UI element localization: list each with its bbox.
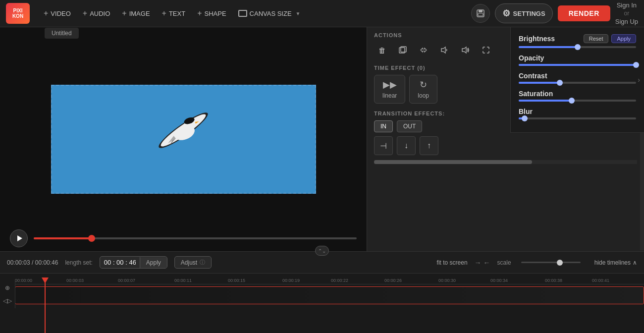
app-logo[interactable]: PIXI KON — [6, 3, 30, 24]
saturation-label: Saturation — [519, 90, 553, 98]
fullscreen-icon[interactable] — [478, 42, 494, 58]
settings-button[interactable]: ⚙ SETTINGS — [495, 3, 553, 23]
progress-thumb[interactable] — [88, 235, 95, 242]
timeline-ruler: 00:00:00 00:00:03 00:00:07 00:00:11 00:0… — [0, 274, 644, 284]
contrast-label: Contrast — [519, 72, 547, 80]
sign-up-link[interactable]: Sign Up — [615, 18, 638, 25]
fit-to-screen-label: fit to screen — [437, 259, 468, 266]
transition-down-icon[interactable]: ↓ — [397, 136, 416, 155]
transform-icon[interactable] — [416, 42, 431, 58]
or-divider: or — [624, 10, 630, 17]
plus-icon-text: + — [162, 9, 166, 18]
blur-label: Blur — [519, 108, 533, 115]
render-button[interactable]: RENDER — [558, 5, 610, 21]
top-navigation: PIXI KON + VIDEO + AUDIO + IMAGE + TEXT … — [0, 0, 644, 27]
svg-marker-14 — [441, 47, 445, 53]
nav-shape[interactable]: + SHAPE — [192, 6, 231, 21]
opacity-header: Opacity — [519, 54, 636, 62]
svg-marker-15 — [462, 47, 466, 53]
nav-canvas-size[interactable]: CANVAS SIZE ▼ — [233, 7, 306, 20]
nav-audio[interactable]: + AUDIO — [78, 6, 115, 21]
volume-down-icon[interactable] — [436, 42, 452, 58]
ruler-mark-11: 00:00:41 — [592, 278, 609, 283]
delete-icon[interactable]: 🗑 — [374, 42, 390, 58]
contrast-header: Contrast — [519, 72, 636, 80]
ruler-mark-9: 00:00:34 — [490, 278, 508, 283]
nav-right: ⚙ SETTINGS RENDER Sign In or Sign Up — [471, 1, 638, 25]
ruler-mark-8: 00:00:30 — [438, 278, 456, 283]
blur-effect: Blur — [519, 108, 636, 119]
video-frame — [51, 85, 316, 194]
saturation-slider[interactable] — [519, 100, 636, 102]
transition-effects-row: ⊣ ↓ ↑ — [374, 136, 637, 155]
blur-slider[interactable] — [519, 117, 636, 119]
canvas-icon — [238, 10, 247, 17]
transition-up-icon[interactable]: ↑ — [420, 136, 438, 155]
plus-icon-image: + — [122, 9, 126, 18]
tool-icon-2[interactable]: ◁▷ — [2, 295, 13, 306]
nav-video[interactable]: + VIDEO — [39, 6, 76, 21]
save-button[interactable] — [471, 4, 490, 23]
scale-thumb — [557, 260, 563, 266]
chevron-up-icon: ∧ — [633, 259, 637, 266]
hide-timelines-btn[interactable]: hide timelines ∧ — [594, 259, 637, 266]
tool-icon-1[interactable]: ⊕ — [2, 282, 13, 293]
timeline-track-area — [0, 284, 644, 326]
side-panel-scrollbar[interactable] — [374, 160, 637, 164]
volume-up-icon[interactable] — [457, 42, 473, 58]
brightness-header: Brightness Reset Apply — [519, 34, 636, 43]
brightness-reset-btn[interactable]: Reset — [584, 34, 609, 43]
duplicate-icon[interactable] — [395, 42, 411, 58]
opacity-effect: Opacity — [519, 54, 636, 66]
transition-in-btn[interactable]: IN — [374, 120, 393, 132]
blur-header: Blur — [519, 108, 636, 115]
time-option-linear[interactable]: ▶▶ linear — [374, 75, 405, 104]
scale-label: scale — [497, 259, 511, 266]
ruler-mark-5: 00:00:19 — [282, 278, 300, 283]
play-button[interactable] — [10, 229, 28, 247]
linear-icon: ▶▶ — [383, 79, 397, 90]
project-title-tab[interactable]: Untitled — [45, 28, 79, 39]
nav-text[interactable]: + TEXT — [157, 6, 191, 21]
plus-icon-audio: + — [83, 9, 87, 18]
length-input[interactable] — [100, 257, 140, 268]
plus-icon-shape: + — [197, 9, 202, 18]
contrast-effect: Contrast — [519, 72, 636, 84]
ruler-mark-7: 00:00:26 — [384, 278, 402, 283]
opacity-slider[interactable] — [519, 64, 636, 66]
time-option-loop[interactable]: ↻ loop — [409, 75, 437, 104]
effects-panel: Brightness Reset Apply Opacity Contrast — [510, 27, 644, 133]
auth-links: Sign In or Sign Up — [615, 1, 638, 25]
video-preview — [0, 27, 367, 251]
brightness-slider[interactable] — [519, 46, 636, 48]
svg-rect-1 — [479, 10, 483, 12]
progress-bar[interactable] — [34, 237, 357, 239]
save-icon — [476, 9, 485, 18]
ruler-mark-3: 00:00:11 — [174, 278, 192, 283]
info-icon: ⓘ — [200, 259, 205, 266]
length-apply-btn[interactable]: Apply — [140, 257, 167, 268]
ruler-mark-10: 00:00:38 — [545, 278, 562, 283]
sign-in-link[interactable]: Sign In — [617, 1, 637, 9]
arrow-right-icon: → — [475, 259, 482, 267]
bird-image — [129, 86, 238, 175]
svg-rect-2 — [478, 13, 483, 16]
brightness-apply-btn[interactable]: Apply — [611, 34, 636, 43]
transition-out-btn[interactable]: OUT — [397, 120, 422, 132]
adjust-button[interactable]: Adjust ⓘ — [174, 256, 212, 269]
video-track[interactable] — [15, 286, 644, 304]
chevron-down-icon: ▼ — [296, 11, 301, 16]
scale-slider[interactable] — [521, 262, 581, 263]
transition-cut-icon[interactable]: ⊣ — [374, 136, 393, 155]
play-controls — [10, 229, 357, 247]
left-tools: ⊕ ◁▷ — [0, 280, 15, 308]
playhead[interactable] — [45, 282, 46, 333]
panel-right-arrow[interactable]: › — [638, 76, 640, 84]
ruler-mark-4: 00:00:15 — [228, 278, 245, 283]
side-panel-scroll-thumb — [374, 160, 532, 164]
brightness-effect: Brightness Reset Apply — [519, 34, 636, 48]
drag-handle[interactable]: ⌃⌄ — [315, 246, 329, 256]
gear-icon: ⚙ — [502, 8, 510, 19]
nav-image[interactable]: + IMAGE — [117, 6, 155, 21]
contrast-slider[interactable] — [519, 82, 636, 84]
